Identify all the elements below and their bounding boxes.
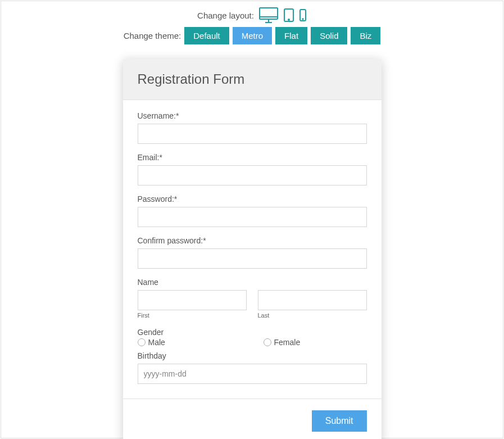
confirm-password-label: Confirm password:* [138, 236, 367, 245]
name-label: Name [138, 278, 367, 287]
svg-point-5 [288, 19, 289, 20]
last-sublabel: Last [258, 312, 367, 319]
first-name-input[interactable] [138, 290, 247, 310]
gender-male-label: Male [148, 338, 165, 347]
theme-button-biz[interactable]: Biz [351, 27, 380, 44]
gender-label: Gender [138, 328, 367, 337]
submit-button[interactable]: Submit [312, 410, 367, 432]
gender-female-label: Female [274, 338, 301, 347]
username-input[interactable] [138, 124, 367, 144]
birthday-input[interactable] [138, 364, 367, 384]
first-sublabel: First [138, 312, 247, 319]
theme-button-metro[interactable]: Metro [233, 27, 272, 44]
form-header: Registration Form [123, 59, 382, 100]
email-input[interactable] [138, 165, 367, 185]
email-label: Email:* [138, 153, 367, 162]
username-label: Username:* [138, 111, 367, 120]
birthday-label: Birthday [138, 351, 367, 360]
registration-form-card: Registration Form Username:* Email:* Pas… [123, 59, 382, 439]
desktop-icon[interactable] [258, 7, 279, 24]
password-input[interactable] [138, 207, 367, 227]
theme-button-flat[interactable]: Flat [275, 27, 307, 44]
tablet-icon[interactable] [283, 8, 294, 22]
last-name-input[interactable] [258, 290, 367, 310]
layout-label: Change layout: [197, 11, 254, 20]
theme-button-default[interactable]: Default [184, 27, 229, 44]
svg-point-7 [302, 19, 303, 20]
gender-male-radio[interactable] [138, 338, 146, 346]
gender-female-radio[interactable] [264, 338, 271, 346]
theme-label: Change theme: [124, 31, 181, 40]
confirm-password-input[interactable] [138, 248, 367, 269]
theme-button-solid[interactable]: Solid [311, 27, 347, 44]
mobile-icon[interactable] [299, 8, 307, 22]
password-label: Password:* [138, 194, 367, 203]
form-title: Registration Form [138, 71, 367, 87]
